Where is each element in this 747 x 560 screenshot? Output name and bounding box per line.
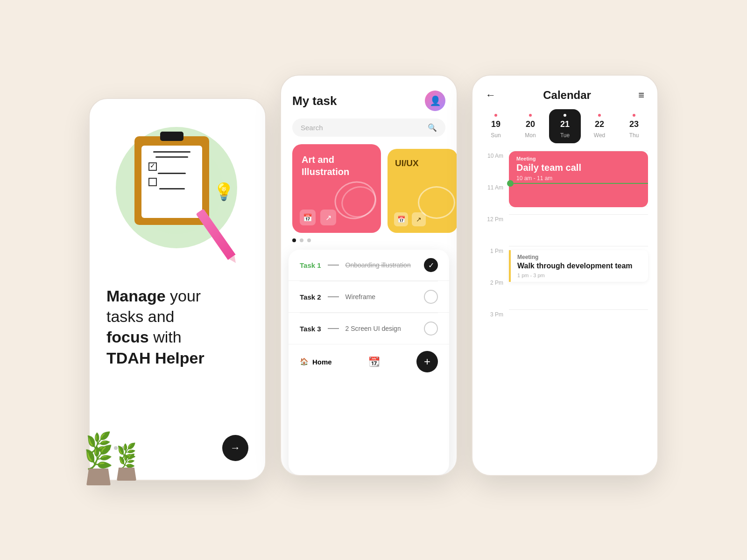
task3-check[interactable] bbox=[424, 322, 438, 336]
slot-10am: 10 Am Meeting Daily team call 10 am - 11… bbox=[482, 151, 648, 182]
phone1-wrapper: 💡 Manage your tasks and focus with TDAH … bbox=[89, 79, 266, 481]
calendar-icon-pink[interactable]: 📅 bbox=[300, 210, 316, 225]
checkbox-empty bbox=[148, 178, 157, 186]
avatar[interactable]: 👤 bbox=[425, 91, 445, 111]
headline-brand: TDAH Helper bbox=[106, 349, 204, 367]
plant-large: 🌿 🌿 bbox=[84, 434, 113, 485]
cal-day-21[interactable]: 21 Tue bbox=[549, 109, 581, 143]
home-nav-item[interactable]: 🏠 Home bbox=[300, 357, 332, 366]
task3-name: 2 Screen UI design bbox=[345, 325, 417, 332]
card-dot-2 bbox=[300, 238, 303, 242]
cal-day-20-num: 20 bbox=[526, 119, 535, 129]
menu-icon[interactable]: ≡ bbox=[638, 89, 644, 101]
now-line bbox=[514, 183, 648, 184]
card-dot-3 bbox=[307, 238, 311, 242]
task-item-2[interactable]: Task 2 Wireframe bbox=[289, 281, 449, 313]
event-walkthrough[interactable]: Meeting Walk through development team 1 … bbox=[509, 250, 648, 282]
clipboard-line4 bbox=[159, 188, 185, 189]
slot-1pm: 1 Pm Meeting Walk through development te… bbox=[482, 246, 648, 278]
cal-day-19-dot bbox=[494, 114, 497, 117]
task-dash-1 bbox=[328, 265, 339, 266]
add-button[interactable]: + bbox=[416, 351, 438, 372]
task-dash-3 bbox=[328, 328, 339, 329]
event2-time: 1 pm - 3 pm bbox=[517, 273, 641, 278]
clipboard-icon bbox=[134, 136, 209, 225]
task-screen-title: My task bbox=[292, 94, 337, 108]
clipboard-line1 bbox=[153, 151, 190, 153]
cal-days-row: 19 Sun 20 Mon 21 Tue bbox=[472, 109, 657, 143]
card-art[interactable]: Art and Illustration 📅 ↗ bbox=[292, 144, 381, 233]
illustration-area: 💡 bbox=[106, 118, 248, 276]
cal-day-23-dot bbox=[633, 114, 635, 117]
phone1: 💡 Manage your tasks and focus with TDAH … bbox=[89, 98, 266, 481]
search-bar[interactable]: Search 🔍 bbox=[292, 119, 445, 137]
plants-decoration: 🌿 🌿 🌿 🌿 bbox=[84, 434, 136, 485]
back-button[interactable]: ← bbox=[486, 89, 496, 101]
headline-focus: focus bbox=[106, 328, 149, 346]
cal-day-23[interactable]: 23 Thu bbox=[618, 109, 650, 143]
slot-2pm: 2 Pm bbox=[482, 278, 648, 309]
task3-label: Task 3 bbox=[300, 325, 321, 333]
slot-content-12pm bbox=[509, 214, 648, 246]
task-header: My task 👤 bbox=[281, 76, 457, 119]
cal-day-20-dot bbox=[529, 114, 532, 117]
phones-row: 💡 Manage your tasks and focus with TDAH … bbox=[89, 79, 658, 481]
task2-name: Wireframe bbox=[345, 293, 417, 301]
clipboard-line2 bbox=[155, 156, 188, 158]
slot-3pm: 3 Pm bbox=[482, 309, 648, 341]
plant-pot-large bbox=[86, 469, 111, 485]
event2-title: Walk through development team bbox=[517, 261, 641, 271]
share-icon-yellow[interactable]: ↗ bbox=[412, 212, 426, 226]
slot-content-2pm bbox=[509, 278, 648, 309]
cal-day-23-num: 23 bbox=[629, 119, 639, 129]
slot-12pm: 12 Pm bbox=[482, 214, 648, 246]
cal-day-19-label: Sun bbox=[491, 132, 500, 139]
cal-day-21-label: Tue bbox=[560, 132, 570, 139]
bottom-nav: 🏠 Home 📆 + bbox=[289, 344, 449, 379]
card-dot-1 bbox=[292, 238, 296, 242]
cal-day-23-label: Thu bbox=[629, 132, 639, 139]
task1-check[interactable]: ✓ bbox=[424, 258, 438, 272]
card-uiux[interactable]: UI/UX 📅 ↗ bbox=[388, 149, 457, 233]
plant-pot-small bbox=[117, 468, 136, 481]
search-placeholder: Search bbox=[301, 124, 423, 132]
card-yellow-icons: 📅 ↗ bbox=[394, 212, 426, 226]
scene: 💡 Manage your tasks and focus with TDAH … bbox=[0, 0, 747, 560]
task-item-1[interactable]: Task 1 Onboarding illustration ✓ bbox=[289, 250, 449, 281]
slot-content-3pm bbox=[509, 309, 648, 341]
task-cards-row: Art and Illustration 📅 ↗ UI/UX 📅 bbox=[281, 144, 457, 233]
calendar-icon-yellow[interactable]: 📅 bbox=[394, 212, 408, 226]
headline-manage: Manage bbox=[106, 287, 166, 305]
share-icon-pink[interactable]: ↗ bbox=[320, 210, 336, 225]
time-3pm: 3 Pm bbox=[482, 309, 503, 318]
home-label: Home bbox=[312, 358, 332, 366]
task-item-3[interactable]: Task 3 2 Screen UI design bbox=[289, 313, 449, 344]
bulb-icon: 💡 bbox=[213, 182, 234, 202]
card-pagination bbox=[281, 233, 457, 248]
slot-content-1pm: Meeting Walk through development team 1 … bbox=[509, 246, 648, 278]
task2-check[interactable] bbox=[424, 290, 438, 304]
cal-day-22-dot bbox=[598, 114, 601, 117]
headline-tasks: tasks and bbox=[106, 308, 175, 325]
cal-day-19[interactable]: 19 Sun bbox=[480, 109, 512, 143]
cal-day-22[interactable]: 22 Wed bbox=[584, 109, 615, 143]
onboarding-headline: Manage your tasks and focus with TDAH He… bbox=[106, 286, 204, 368]
checkbox-checked bbox=[148, 162, 157, 171]
clipboard-paper bbox=[141, 146, 202, 218]
card-uiux-title: UI/UX bbox=[395, 158, 450, 168]
cal-day-20[interactable]: 20 Mon bbox=[514, 109, 546, 143]
clipboard-line3 bbox=[158, 173, 186, 174]
cal-day-19-num: 19 bbox=[491, 119, 500, 129]
event1-label: Meeting bbox=[516, 156, 641, 161]
task2-label: Task 2 bbox=[300, 293, 321, 301]
timeline: 10 Am Meeting Daily team call 10 am - 11… bbox=[472, 151, 657, 475]
time-1pm: 1 Pm bbox=[482, 246, 503, 254]
task1-name: Onboarding illustration bbox=[345, 261, 417, 269]
headline-your: your bbox=[166, 287, 201, 305]
card-pink-icons: 📅 ↗ bbox=[300, 210, 336, 225]
cal-day-21-dot bbox=[564, 114, 566, 117]
event-daily-call[interactable]: Meeting Daily team call 10 am - 11 am bbox=[509, 151, 648, 207]
card-art-title: Art and Illustration bbox=[302, 154, 372, 178]
next-button[interactable]: → bbox=[222, 435, 248, 461]
calendar-nav-icon[interactable]: 📆 bbox=[368, 356, 380, 367]
